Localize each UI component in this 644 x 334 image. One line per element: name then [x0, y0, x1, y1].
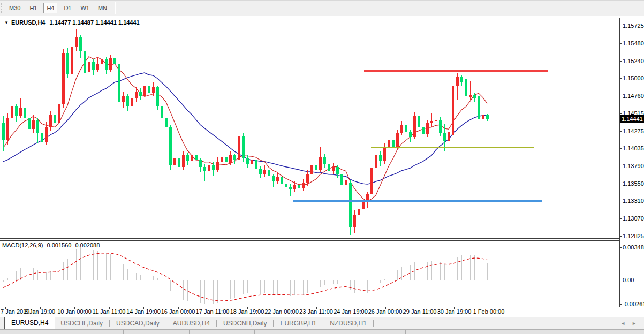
- candle-body: [229, 155, 232, 163]
- candle-body: [88, 62, 90, 72]
- mt4-window: M30H1H4D1W1MN 1.157251.154801.152401.150…: [0, 0, 644, 334]
- candle-body: [105, 59, 108, 70]
- tab-eurusd-h4[interactable]: EURUSD,H4: [4, 317, 55, 329]
- candle-body: [383, 147, 386, 161]
- period-button-d1[interactable]: D1: [60, 3, 74, 13]
- candle-body: [276, 177, 279, 181]
- candle-body: [36, 120, 39, 133]
- statusbar-separator: [52, 330, 52, 334]
- candle-body: [24, 108, 26, 118]
- period-button-h4[interactable]: H4: [43, 3, 57, 13]
- candle-body: [310, 165, 313, 174]
- candle-body: [388, 140, 390, 146]
- price-axis-label: 1.12825: [623, 233, 644, 239]
- time-axis-label: 16 Jan 00:00: [161, 308, 195, 315]
- tab-separator: [109, 320, 110, 327]
- candle-body: [216, 162, 219, 170]
- tab-scroll-right-icon[interactable]: ►: [628, 321, 640, 326]
- price-axis-label: 1.14760: [623, 93, 644, 99]
- candle-body: [139, 92, 142, 97]
- candle-body: [169, 127, 172, 165]
- candle-body: [152, 87, 155, 93]
- candle-body: [131, 98, 133, 106]
- macd-indicator-header: MACD(12,26,9) 0.001560 0.002088: [2, 242, 102, 248]
- candle-body: [315, 165, 317, 170]
- candle-body: [405, 125, 407, 132]
- candle-body: [233, 155, 236, 160]
- time-axis-label: 14 Jan 19:00: [126, 308, 161, 315]
- candle-body: [430, 121, 433, 123]
- symbol-title: EURUSD,H4: [11, 19, 46, 26]
- candle-body: [186, 155, 189, 161]
- candle-body: [199, 160, 202, 167]
- candle-body: [259, 169, 262, 174]
- candle-body: [161, 106, 163, 118]
- candle-body: [272, 176, 275, 181]
- candle-body: [242, 136, 245, 158]
- candle-body: [58, 104, 60, 124]
- candle-body: [460, 77, 463, 82]
- candle-body: [422, 127, 425, 134]
- toolbar-grip-icon[interactable]: [1, 3, 5, 13]
- time-axis-label: 1 Feb 00:00: [473, 308, 505, 315]
- candle-body: [473, 95, 476, 97]
- candle-body: [203, 167, 206, 171]
- time-axis-label: 11 Jan 11:00: [93, 308, 126, 315]
- candle-body: [225, 157, 228, 163]
- candle-body: [118, 64, 120, 102]
- tab-nzdusd-h1[interactable]: NZDUSD,H1: [324, 318, 372, 329]
- candle-body: [435, 120, 437, 122]
- period-button-h1[interactable]: H1: [26, 3, 40, 13]
- candle-body: [92, 62, 95, 70]
- tab-scroll-left-icon[interactable]: ◄: [617, 321, 628, 326]
- time-axis-label: 8 Jan 19:00: [25, 308, 56, 315]
- candle-body: [302, 183, 305, 188]
- price-axis-label: 1.13550: [623, 180, 644, 187]
- period-button-w1[interactable]: W1: [78, 3, 92, 13]
- candle-body: [452, 86, 454, 135]
- candle-body: [84, 51, 86, 73]
- candle-body: [246, 158, 249, 164]
- candle-body: [6, 118, 9, 140]
- statusbar-separator: [123, 330, 124, 334]
- candle-body: [195, 155, 198, 160]
- tab-usdcnh-daily[interactable]: USDCNH,Daily: [218, 318, 272, 329]
- candle-body: [41, 133, 43, 142]
- symbol-header: ▼EURUSD,H41.14477 1.14487 1.14441 1.1444…: [4, 19, 140, 26]
- price-axis-label: 1.13310: [623, 198, 644, 204]
- candle-body: [251, 160, 253, 164]
- candle-body: [409, 132, 412, 138]
- price-axis-label: 1.15480: [623, 40, 644, 47]
- price-axis-label: 1.14275: [623, 128, 644, 134]
- period-button-m30[interactable]: M30: [6, 3, 23, 13]
- candle-body: [45, 127, 48, 142]
- period-toolbar: M30H1H4D1W1MN: [0, 0, 644, 16]
- time-axis-label: 10 Jan 00:00: [57, 308, 92, 315]
- candle-body: [439, 120, 442, 133]
- candle-body: [353, 215, 356, 227]
- candle-body: [28, 118, 31, 129]
- period-button-mn[interactable]: MN: [95, 3, 110, 13]
- candle-body: [221, 157, 223, 162]
- candle-body: [332, 167, 335, 171]
- macd-axis-label: 0.00: [623, 277, 634, 283]
- candle-body: [289, 187, 292, 189]
- candle-body: [426, 123, 429, 134]
- chart-canvas[interactable]: 1.157251.154801.152401.150001.147601.145…: [0, 16, 644, 317]
- symbol-dropdown-icon[interactable]: ▼: [4, 20, 9, 25]
- candle-body: [255, 160, 257, 169]
- candle-body: [281, 177, 283, 184]
- candle-body: [135, 92, 138, 99]
- price-axis-label: 1.15240: [623, 58, 644, 64]
- tab-audusd-h4[interactable]: AUDUSD,H4: [168, 318, 215, 329]
- candle-body: [178, 158, 180, 166]
- tab-usdchf-daily[interactable]: USDCHF,Daily: [55, 318, 108, 329]
- candle-body: [370, 168, 373, 194]
- statusbar-separator: [189, 330, 190, 334]
- tab-usdcad-daily[interactable]: USDCAD,Daily: [111, 318, 165, 329]
- tab-eurgbp-h1[interactable]: EURGBP,H1: [275, 318, 322, 329]
- price-axis-label: 1.15000: [623, 75, 644, 81]
- candle-body: [165, 118, 168, 128]
- tab-separator: [323, 320, 323, 327]
- candle-body: [413, 116, 416, 137]
